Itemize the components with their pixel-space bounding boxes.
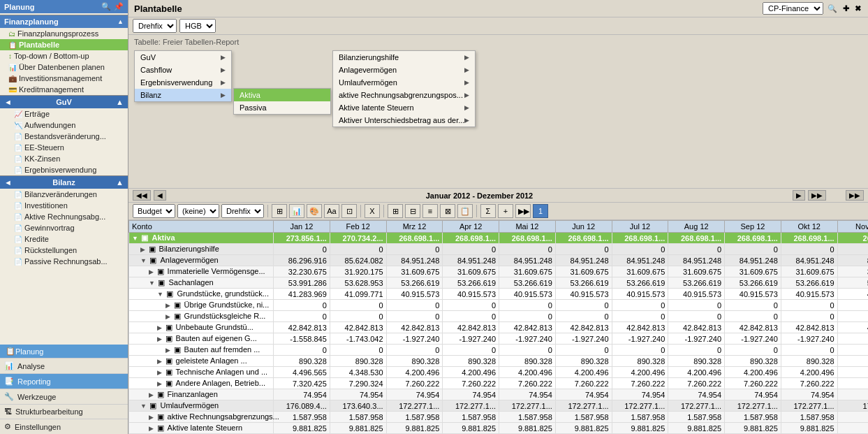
cell-value[interactable]: 0 [725,345,781,356]
view2-btn[interactable]: ⊟ [405,204,420,218]
cell-value[interactable]: 4.200.496 [668,367,725,378]
cell-value[interactable]: 273.856.1... [274,233,330,244]
cell-value[interactable]: 172.277 [837,400,868,412]
cell-value[interactable]: 0 [443,311,499,322]
cell-value[interactable]: 7.260.222 [668,378,725,389]
cell-value[interactable]: 42.842.813 [781,322,837,333]
table-row[interactable]: ▶ ▣ Immaterielle Vermögensge...32.230.67… [129,266,869,277]
cell-value[interactable]: 42.842.813 [612,322,668,333]
cell-value[interactable]: 42.842.813 [443,322,499,333]
expand-arrow[interactable]: ▶ [149,268,156,275]
menu-umlaufvermogen[interactable]: Umlaufvermögen ▶ [333,76,475,89]
cell-value[interactable]: 0 [837,345,868,356]
expand-arrow[interactable]: ▶ [157,369,164,376]
cell-value[interactable]: 53.266.619 [386,277,443,289]
cell-value[interactable]: 268.698.1... [725,233,781,244]
cell-value[interactable]: 74.954 [668,389,725,400]
cell-value[interactable]: 40.915.573 [443,289,499,300]
hgb-select[interactable]: HGB [179,19,216,33]
expand-arrow[interactable]: ▶ [157,380,164,387]
cell-value[interactable]: 53.266.619 [555,277,612,289]
cell-value[interactable]: 74.954 [612,389,668,400]
cell-value[interactable]: 84.951 [837,255,868,266]
chart-icon-btn[interactable]: 📊 [289,204,304,218]
cell-value[interactable]: 1.587 [837,412,868,423]
sidebar-item-topdown[interactable]: ↕ Top-down / Bottom-up [0,50,128,62]
table-row[interactable]: ▶ ▣ Finanzanlagen74.95474.95474.95474.95… [129,389,869,400]
cell-value[interactable]: -1.927 [837,333,868,345]
cell-value[interactable]: 84.951.248 [499,255,556,266]
cell-value[interactable]: 31.920.175 [330,266,386,277]
format-icon-btn[interactable]: Aa [324,204,339,218]
table-row[interactable]: ▼ ▣ Sachanlagen53.991.28653.628.95353.26… [129,277,869,289]
nav-left-far[interactable]: ◀◀ [133,190,151,201]
cell-value[interactable]: 0 [443,345,499,356]
cell-value[interactable]: 1.587.958 [499,412,556,423]
cell-value[interactable]: -1.927.240 [555,333,612,345]
menu-passiva[interactable]: Passiva [234,101,330,114]
cell-value[interactable]: 0 [499,345,556,356]
cell-value[interactable]: 0 [499,244,556,255]
cell-value[interactable]: 0 [499,300,556,311]
cell-value[interactable]: 172.277.1... [443,400,499,412]
cell-value[interactable]: 268.698.1... [386,233,443,244]
sidebar-item-investitionsmanagement[interactable]: 💼 Investitionsmanagement [0,73,128,84]
cell-value[interactable]: 890.328 [443,356,499,367]
cell-value[interactable]: 53.266.619 [499,277,556,289]
sidebar-item-investitionen[interactable]: 📄 Investitionen [0,200,128,211]
table-row[interactable]: ▶ ▣ Unbebaute Grundstü...42.842.81342.84… [129,322,869,333]
cell-value[interactable]: 0 [668,345,725,356]
cell-value[interactable]: 890.328 [668,356,725,367]
view4-btn[interactable]: ⊠ [440,204,455,218]
expand-arrow[interactable]: ▶ [149,414,156,421]
cell-value[interactable]: 74.954 [499,389,556,400]
cell-value[interactable]: 0 [668,244,725,255]
cell-value[interactable]: 86.296.916 [274,255,330,266]
cell-value[interactable]: 53.266.619 [781,277,837,289]
cell-value[interactable]: 0 [386,311,443,322]
cell-value[interactable]: 31.609.675 [443,266,499,277]
cell-value[interactable]: 74 [837,389,868,400]
sidebar-item-kredite[interactable]: 📄 Kredite [0,233,128,245]
cell-value[interactable]: 890.328 [612,356,668,367]
cell-value[interactable]: 42.842.813 [499,322,556,333]
expand-arrow[interactable]: ▼ [132,235,140,242]
cell-value[interactable]: 7.260.222 [386,378,443,389]
cell-value[interactable]: 0 [725,244,781,255]
table-row[interactable]: ▶ ▣ Bauten auf fremden ...000000000000 [129,345,869,356]
cell-value[interactable]: 9.881.825 [443,423,499,434]
cell-value[interactable]: 7.260.222 [612,378,668,389]
cell-value[interactable]: 0 [555,311,612,322]
cell-value[interactable]: 84.951.248 [443,255,499,266]
cell-value[interactable]: 74.954 [555,389,612,400]
cell-value[interactable]: 42.842.813 [725,322,781,333]
cell-value[interactable]: 4.348.530 [330,367,386,378]
cell-value[interactable]: 0 [274,311,330,322]
cell-value[interactable]: 4.200.496 [499,367,556,378]
filter-icon-btn[interactable]: ⊡ [341,204,357,218]
bottom-planung[interactable]: 📋 Planung [0,345,128,358]
expand-arrow[interactable]: ▼ [140,257,148,264]
menu-ergebnisverwendung[interactable]: Ergebnisverwendung ▶ [135,76,231,89]
table-row[interactable]: ▶ ▣ Aktive latente Steuern9.881.8259.881… [129,423,869,434]
sidebar-section-finanzplanung[interactable]: Finanzplanung ▲ [0,15,128,28]
cell-value[interactable]: 4.200.496 [386,367,443,378]
expand-arrow[interactable]: ▶ [157,358,164,365]
cell-value[interactable]: 0 [837,300,868,311]
expand-arrow[interactable]: ▶ [157,324,164,331]
cell-value[interactable]: 1.587.958 [725,412,781,423]
expand-arrow[interactable]: ▶ [165,347,172,354]
cell-value[interactable]: 0 [612,300,668,311]
cell-value[interactable]: 0 [274,300,330,311]
cell-value[interactable]: 4.200.496 [443,367,499,378]
nav-right-far[interactable]: ▶▶ [808,190,826,201]
sidebar-item-finanzplanungsprozess[interactable]: 🗂 Finanzplanungsprozess [0,28,128,39]
cell-value[interactable]: 84.951.248 [612,255,668,266]
sidebar-item-kreditmanagement[interactable]: 💳 Kreditmanagement [0,84,128,95]
bottom-strukturbearbeitung[interactable]: 🏗 Strukturbearbeitung [0,404,128,419]
expand-arrow[interactable]: ▶ [157,335,164,342]
cell-value[interactable]: 31.609.675 [668,266,725,277]
cell-value[interactable]: 7.260 [837,378,868,389]
sidebar-item-aufwendungen[interactable]: 📉 Aufwendungen [0,120,128,131]
cell-value[interactable]: 268.698.1... [499,233,556,244]
